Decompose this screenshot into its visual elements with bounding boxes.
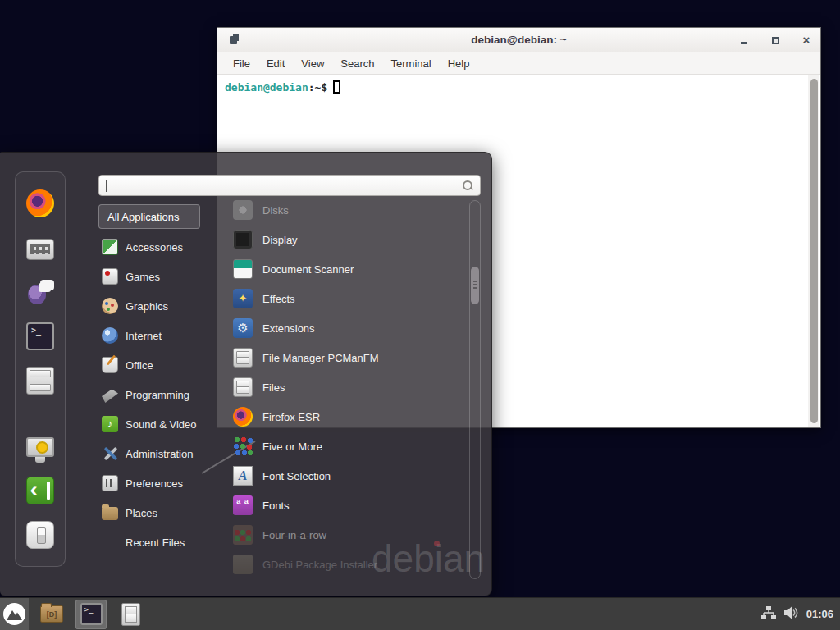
app-item-effects[interactable]: Effects <box>217 284 468 313</box>
all-applications-button[interactable]: All Applications <box>98 204 200 229</box>
internet-icon <box>102 327 118 344</box>
menubar-item[interactable]: Search <box>332 54 382 73</box>
session-lock-screen[interactable] <box>25 431 55 461</box>
terminal-scrollbar[interactable] <box>808 75 819 427</box>
category-item[interactable]: Places <box>97 498 217 527</box>
menubar-item[interactable]: Edit <box>258 54 293 73</box>
menu-search-box[interactable] <box>98 175 481 196</box>
display-icon <box>233 230 253 249</box>
category-item[interactable]: Administration <box>97 439 217 468</box>
gdebi-icon <box>233 555 253 574</box>
menubar-item[interactable]: Help <box>440 54 478 73</box>
fonts-icon <box>233 495 253 515</box>
menu-search-input[interactable] <box>108 180 463 192</box>
menu-scrollbar-thumb[interactable] <box>471 267 479 304</box>
window-controls: × <box>738 28 812 52</box>
terminal-title: debian@debian: ~ <box>217 34 820 46</box>
category-item[interactable]: Recent Files <box>97 527 217 557</box>
session-shutdown[interactable] <box>25 520 55 550</box>
app-item-extensions[interactable]: Extensions <box>217 313 468 343</box>
disks-icon <box>233 200 253 220</box>
category-item[interactable]: Accessories <box>97 232 217 262</box>
pidgin-icon <box>26 278 54 306</box>
application-menu: debian All Applications Accessories Game… <box>0 152 492 596</box>
preferences-icon <box>102 475 118 491</box>
graphics-icon <box>102 298 118 314</box>
category-item[interactable]: Internet <box>97 321 217 350</box>
cabinet-icon <box>233 348 253 368</box>
search-icon <box>463 180 473 191</box>
app-item-fonts[interactable]: Fonts <box>217 491 468 520</box>
task-button-terminal-window[interactable] <box>75 600 107 629</box>
system-tray: 01:06 <box>761 606 840 623</box>
network-icon[interactable] <box>761 606 776 623</box>
scanner-icon <box>233 259 253 279</box>
category-item[interactable]: Games <box>97 262 217 291</box>
text-caret <box>106 180 107 192</box>
favorite-file-manager[interactable] <box>25 366 55 395</box>
app-item-disks[interactable]: Disks <box>217 195 468 225</box>
category-item[interactable]: Preferences <box>97 468 217 498</box>
app-item-firefox-esr[interactable]: Firefox ESR <box>217 402 468 431</box>
terminal-cursor <box>333 80 340 94</box>
category-list: Accessories Games Graphics Internet Offi… <box>97 232 217 557</box>
cabinet-icon <box>26 367 54 395</box>
office-icon <box>102 357 118 373</box>
menubar-item[interactable]: Terminal <box>383 54 440 73</box>
lock-screen-icon <box>26 437 54 457</box>
app-item-files[interactable]: Files <box>217 372 468 402</box>
favorite-firefox[interactable] <box>25 189 55 218</box>
category-item[interactable]: Sound & Video <box>97 409 217 439</box>
cabinet-icon <box>121 603 140 626</box>
font-selection-icon <box>233 466 253 486</box>
logout-icon <box>26 477 54 504</box>
application-list: Disks Display Document Scanner Effects E… <box>217 195 468 581</box>
menu-scrollbar[interactable] <box>469 200 481 579</box>
terminal-dark-icon <box>26 322 54 350</box>
terminal-icon <box>80 603 103 625</box>
keyboard-icon <box>26 239 54 260</box>
category-item[interactable]: Graphics <box>97 291 217 321</box>
extensions-icon <box>233 318 253 338</box>
favorite-terminal[interactable] <box>25 322 55 351</box>
app-item-five-or-more[interactable]: Five or More <box>217 431 468 461</box>
favorite-keyboard[interactable] <box>25 233 55 262</box>
games-icon <box>102 268 118 285</box>
menu-button[interactable] <box>0 598 29 630</box>
app-item-gdebi-package-installer[interactable]: GDebi Package Installer <box>217 550 468 579</box>
terminal-titlebar[interactable]: debian@debian: ~ × <box>217 28 820 52</box>
cabinet-icon <box>233 377 253 397</box>
app-item-four-in-a-row[interactable]: Four-in-a-row <box>217 520 468 550</box>
taskbar: 01:06 <box>0 597 840 630</box>
programming-icon <box>102 386 118 403</box>
app-item-file-manager-pcmanfm[interactable]: File Manager PCManFM <box>217 343 468 372</box>
task-button-files-window[interactable] <box>115 600 146 629</box>
shutdown-icon <box>26 521 54 549</box>
four-in-a-row-icon <box>233 525 253 545</box>
firefox-icon <box>26 189 54 217</box>
app-item-display[interactable]: Display <box>217 225 468 254</box>
prompt-user-host: debian@debian <box>225 81 308 94</box>
minimize-button[interactable] <box>738 34 750 46</box>
category-item[interactable]: Office <box>97 350 217 380</box>
task-button-file-manager-window[interactable] <box>36 600 67 629</box>
menu-logo-icon <box>3 603 25 625</box>
app-item-document-scanner[interactable]: Document Scanner <box>217 254 468 284</box>
favorite-pidgin[interactable] <box>25 277 55 307</box>
administration-icon <box>102 445 118 462</box>
terminal-scrollbar-thumb[interactable] <box>810 79 818 423</box>
accessories-icon <box>102 239 118 255</box>
menubar-item[interactable]: File <box>225 54 258 73</box>
prompt-suffix: :~$ <box>308 81 327 94</box>
menubar-item[interactable]: View <box>293 54 332 73</box>
clock[interactable]: 01:06 <box>806 608 833 620</box>
five-or-more-icon <box>233 436 253 456</box>
app-item-font-selection[interactable]: Font Selection <box>217 461 468 491</box>
maximize-button[interactable] <box>769 34 781 46</box>
window-list <box>36 600 146 629</box>
places-icon <box>102 507 118 520</box>
category-item[interactable]: Programming <box>97 380 217 409</box>
session-logout[interactable] <box>25 476 55 505</box>
volume-icon[interactable] <box>784 606 798 623</box>
close-button[interactable]: × <box>801 34 812 46</box>
